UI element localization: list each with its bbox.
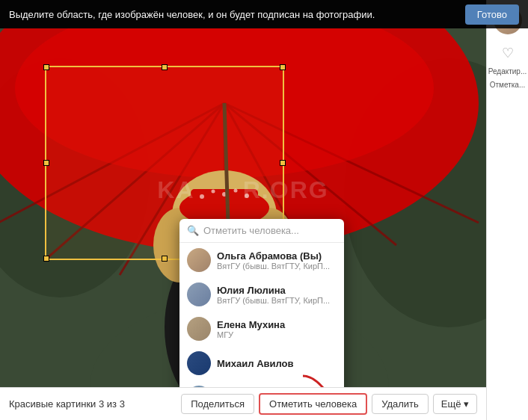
tag-person-button[interactable]: Отметить человека bbox=[259, 393, 367, 415]
person-info: Елена МухинаМГУ bbox=[217, 319, 337, 339]
person-item[interactable]: Юлия ЛюлинаВятГУ (бывш. ВятГТУ, КирП... bbox=[179, 277, 344, 312]
person-subtitle: ВятГУ (бывш. ВятГТУ, КирП... bbox=[217, 296, 337, 305]
tag-label: Отметка... bbox=[490, 81, 526, 90]
person-info: Юлия ЛюлинаВятГУ (бывш. ВятГТУ, КирП... bbox=[217, 285, 337, 305]
bottom-bar: Красивые картинки 3 из 3 Поделиться Отме… bbox=[0, 387, 486, 420]
instruction-bar: Выделите область, где изображён человек,… bbox=[0, 0, 528, 28]
person-avatar bbox=[187, 317, 211, 341]
person-name: Юлия Люлина bbox=[217, 285, 337, 296]
ready-button[interactable]: Готово bbox=[465, 4, 519, 25]
heart-icon[interactable]: ♡ bbox=[502, 45, 514, 61]
search-row: 🔍 Отметить человека... bbox=[179, 219, 344, 243]
instruction-text: Выделите область, где изображён человек,… bbox=[9, 9, 375, 20]
person-name: Елена Мухина bbox=[217, 319, 337, 330]
person-item[interactable]: Ольга Абрамова (Вы)ВятГУ (бывш. ВятГТУ, … bbox=[179, 243, 344, 277]
person-list: Ольга Абрамова (Вы)ВятГУ (бывш. ВятГТУ, … bbox=[179, 243, 344, 387]
photo-area: KA R.ORG 🔍 Отметить человека... Ольга Аб… bbox=[0, 28, 486, 387]
person-subtitle: МГУ bbox=[217, 330, 337, 339]
person-name: Ольга Абрамова (Вы) bbox=[217, 250, 337, 262]
svg-point-21 bbox=[200, 194, 204, 199]
svg-point-22 bbox=[212, 190, 215, 194]
arrow-indicator bbox=[295, 372, 340, 387]
person-item[interactable]: Елена МухинаМГУ bbox=[179, 312, 344, 346]
person-name: Михаил Авилов bbox=[217, 358, 337, 369]
svg-point-24 bbox=[234, 189, 238, 193]
person-tag-dropdown: 🔍 Отметить человека... Ольга Абрамова (В… bbox=[179, 219, 344, 387]
person-avatar bbox=[187, 351, 211, 375]
search-placeholder[interactable]: Отметить человека... bbox=[203, 225, 337, 236]
person-info: Ольга Абрамова (Вы)ВятГУ (бывш. ВятГТУ, … bbox=[217, 250, 337, 271]
delete-button[interactable]: Удалить bbox=[372, 394, 429, 414]
more-button[interactable]: Ещё ▾ bbox=[433, 394, 477, 414]
share-button[interactable]: Поделиться bbox=[181, 394, 254, 414]
person-info: Михаил Авилов bbox=[217, 358, 337, 369]
svg-point-25 bbox=[245, 194, 249, 198]
right-sidebar: ♡ Редактир... Отметка... bbox=[486, 0, 528, 420]
photo-background: KA R.ORG 🔍 Отметить человека... Ольга Аб… bbox=[0, 28, 486, 387]
person-subtitle: ВятГУ (бывш. ВятГТУ, КирП... bbox=[217, 262, 337, 271]
album-info: Красивые картинки 3 из 3 bbox=[9, 398, 176, 410]
person-avatar bbox=[187, 248, 211, 272]
search-icon: 🔍 bbox=[187, 225, 199, 236]
edit-label: Редактир... bbox=[488, 67, 527, 76]
person-avatar bbox=[187, 282, 211, 306]
